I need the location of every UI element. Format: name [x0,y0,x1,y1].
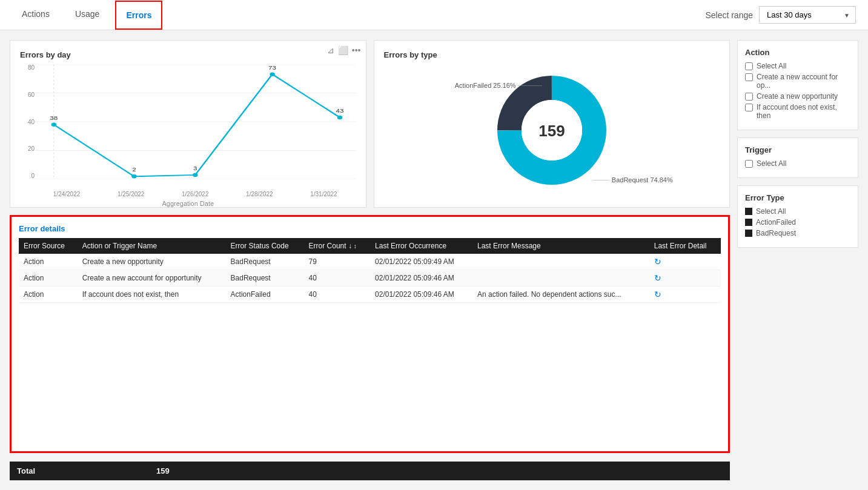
action-item-3: If account does not exist, then [745,103,850,120]
cell-status-code: BadRequest [226,254,304,270]
errortype-actionfailed-label[interactable]: ActionFailed [756,218,796,227]
cell-action-name: Create a new opportunity [78,254,226,270]
action-select-all-checkbox[interactable] [745,62,753,70]
error-details-card: Error details Error Source Action or Tri… [10,215,730,453]
cell-last-occurrence: 02/01/2022 05:09:46 AM [370,270,472,286]
cell-last-occurrence: 02/01/2022 05:09:49 AM [370,254,472,270]
tab-errors[interactable]: Errors [115,1,162,30]
left-panel: ⊿ ⬜ ••• Errors by day [10,40,730,480]
x-label-3: 1/28/2022 [246,191,273,197]
donut-chart-card: Errors by type [374,40,731,208]
y-axis: 80 60 40 20 0 [20,64,35,179]
col-error-count[interactable]: Error Count ↓ [304,238,371,254]
x-axis-title: Aggregation Date [162,200,214,207]
cell-status-code: BadRequest [226,270,304,286]
cell-last-message [472,270,649,286]
x-axis: 1/24/2022 1/25/2022 1/26/2022 1/28/2022 … [35,191,356,197]
action-item-3-label[interactable]: If account does not exist, then [757,103,850,120]
errortype-badrequest: BadRequest [745,229,850,237]
action-section: Action Select All Create a new account f… [737,40,858,130]
cell-error-count: 40 [304,270,371,286]
errortype-badrequest-label[interactable]: BadRequest [756,229,796,237]
col-status-code[interactable]: Error Status Code [226,238,304,254]
trigger-select-all-label[interactable]: Select All [757,159,786,168]
line-chart-title: Errors by day [20,50,356,59]
x-label-1: 1/25/2022 [118,191,145,197]
errortype-actionfailed-color [745,219,752,226]
total-label: Total [17,466,35,475]
action-item-2-label[interactable]: Create a new opportunity [757,92,838,101]
total-bar: Total 159 [10,462,730,480]
col-error-source[interactable]: Error Source [19,238,78,254]
donut-area: 159 ActionFailed 25.16% BadRequest 74.84… [384,64,720,197]
action-select-all: Select All [745,62,850,70]
select-range-label: Select range [705,10,753,20]
line-chart-area: 38 2 3 73 43 80 60 40 20 0 [20,64,356,197]
detail-icon-2[interactable]: ↻ [654,290,661,299]
cell-last-occurrence: 02/01/2022 05:09:46 AM [370,286,472,303]
table-row: Action Create a new opportunity BadReque… [19,254,721,270]
expand-icon[interactable]: ⬜ [338,45,348,55]
svg-text:38: 38 [50,115,58,121]
svg-point-7 [131,174,136,178]
col-last-detail[interactable]: Last Error Detail [649,238,721,254]
svg-point-9 [270,72,274,76]
svg-text:73: 73 [268,65,276,70]
errortype-select-all: Select All [745,207,850,216]
errortype-select-all-label[interactable]: Select All [756,207,786,216]
nav-tabs: Actions Usage Errors [12,1,162,30]
action-item-1-checkbox[interactable] [745,73,753,81]
trigger-select-all-checkbox[interactable] [745,160,753,168]
actionfailed-label: ActionFailed 25.16% [455,82,542,89]
cell-last-detail[interactable]: ↻ [649,270,721,286]
svg-point-8 [193,173,197,177]
tab-usage[interactable]: Usage [65,1,109,30]
total-value: 159 [156,466,170,475]
svg-point-10 [337,116,342,119]
action-item-1: Create a new account for op... [745,73,850,90]
x-label-2: 1/26/2022 [182,191,209,197]
detail-icon-0[interactable]: ↻ [654,257,661,267]
cell-last-detail[interactable]: ↻ [649,286,721,303]
cell-error-source: Action [19,270,78,286]
cell-action-name: If account does not exist, then [78,286,226,303]
error-table: Error Source Action or Trigger Name Erro… [19,238,721,303]
tab-actions[interactable]: Actions [12,1,59,30]
more-icon[interactable]: ••• [352,45,361,55]
action-select-all-label[interactable]: Select All [757,62,786,70]
action-item-3-checkbox[interactable] [745,104,753,111]
badrequest-label: BadRequest 74.84% [592,176,673,184]
errortype-actionfailed: ActionFailed [745,218,850,227]
detail-icon-1[interactable]: ↻ [654,273,661,283]
errortype-select-all-color [745,208,752,215]
error-details-title: Error details [19,224,721,233]
main-content: ⊿ ⬜ ••• Errors by day [0,30,868,490]
range-dropdown[interactable]: Last 30 days Last 7 days Last 90 days [759,6,856,24]
col-last-occurrence[interactable]: Last Error Occurrence [370,238,472,254]
cell-status-code: ActionFailed [226,286,304,303]
action-section-title: Action [745,48,850,57]
table-row: Action If account does not exist, then A… [19,286,721,303]
svg-point-6 [51,123,56,127]
right-sidebar: Action Select All Create a new account f… [737,40,858,480]
error-type-title: Error Type [745,193,850,202]
col-last-message[interactable]: Last Error Message [472,238,649,254]
cell-error-count: 79 [304,254,371,270]
charts-row: ⊿ ⬜ ••• Errors by day [10,40,730,208]
filter-icon[interactable]: ⊿ [327,45,334,55]
trigger-section: Trigger Select All [737,137,858,178]
cell-last-detail[interactable]: ↻ [649,254,721,270]
line-chart-card: ⊿ ⬜ ••• Errors by day [10,40,366,208]
x-label-4: 1/31/2022 [310,191,337,197]
svg-text:159: 159 [538,122,565,140]
donut-chart-title: Errors by type [384,50,720,59]
cell-error-source: Action [19,286,78,303]
chart-toolbar: ⊿ ⬜ ••• [327,45,361,55]
cell-action-name: Create a new account for opportunity [78,270,226,286]
action-item-2: Create a new opportunity [745,92,850,101]
cell-error-count: 40 [304,286,371,303]
action-item-1-label[interactable]: Create a new account for op... [757,73,850,90]
table-row: Action Create a new account for opportun… [19,270,721,286]
action-item-2-checkbox[interactable] [745,93,753,101]
col-action-name[interactable]: Action or Trigger Name [78,238,226,254]
